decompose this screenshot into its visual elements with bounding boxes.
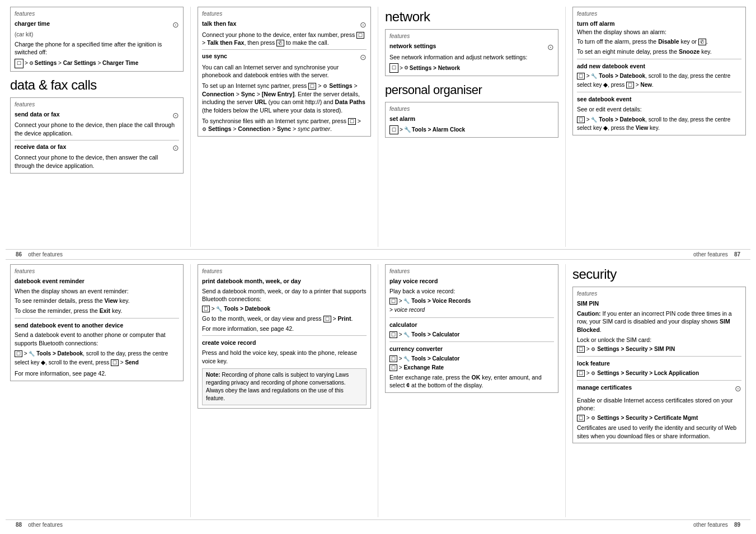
play-voice-body: Play back a voice record:: [389, 287, 554, 296]
set-alarm-title: set alarm: [389, 115, 554, 123]
currency-nav2: ☐ > Exchange Rate: [389, 364, 554, 372]
manage-certs-extra: Certificates are used to verify the iden…: [577, 424, 741, 440]
data-fax-heading: data & fax calls: [10, 77, 184, 93]
receive-data-body: Connect your phone to the device, then a…: [15, 153, 179, 170]
network-settings-title: network settings: [389, 42, 436, 50]
network-icon: ⊙: [547, 42, 554, 53]
feature-box-fax-sync: features talk then fax ⊙ Connect your ph…: [198, 7, 371, 137]
top-col3: network features network settings ⊙ See …: [381, 7, 563, 247]
sim-pin-nav: ☐ > ⚙ Settings > Security > SIM PIN: [577, 345, 741, 353]
footer-bottom: 88 other features other features 89: [6, 519, 750, 530]
top-col2: features talk then fax ⊙ Connect your ph…: [193, 7, 375, 247]
network-nav: ☐ > ⚙ Settings > Network: [389, 63, 554, 73]
top-col1: features charger time ⊙ (car kit) Charge…: [6, 7, 188, 247]
create-voice-note: Note: Recording of phone calls is subjec…: [202, 368, 367, 405]
bottom-col2: features print datebook month, week, or …: [193, 264, 375, 517]
charger-time-body: Charge the phone for a specified time af…: [15, 40, 179, 57]
box-header8: features: [202, 268, 367, 275]
print-datebook-title: print datebook month, week, or day: [202, 277, 367, 285]
calculator-title: calculator: [389, 321, 554, 329]
send-datebook-body: Send a datebook event to another phone o…: [15, 331, 179, 347]
play-voice-nav: ☐ > 🔧 Tools > Voice Records > voice reco…: [389, 297, 554, 315]
feature-box-print-voice: features print datebook month, week, or …: [198, 264, 371, 409]
sim-pin-caution: Caution: If you enter an incorrect PIN c…: [577, 310, 741, 334]
manage-certs-icon: ⊙: [735, 383, 741, 395]
bottom-col4: security features SIM PIN Caution: If yo…: [568, 264, 750, 517]
turn-off-alarm-title: turn off alarm: [577, 20, 741, 28]
print-datebook-nav: ☐ > 🔧 Tools > Datebook: [202, 305, 367, 313]
create-voice-title: create voice record: [202, 339, 367, 347]
box-header9: features: [389, 268, 554, 275]
talk-fax-body: Connect your phone to the device, enter …: [202, 31, 367, 47]
box-header7: features: [15, 268, 179, 275]
turn-off-alarm-body: When the display shows an alarm:: [577, 28, 741, 36]
box-header3: features: [202, 10, 367, 18]
charger-nav: ☐ > ⚙ Settings > Car Settings > Charger …: [15, 59, 179, 68]
receive-data-icon: ⊙: [172, 143, 179, 154]
bottom-col1: features datebook event reminder When th…: [6, 264, 188, 517]
send-data-icon: ⊙: [172, 110, 179, 121]
use-sync-icon: ⊙: [360, 52, 367, 63]
manage-certs-title: manage certificates: [577, 383, 632, 392]
top-col4: features turn off alarm When the display…: [568, 7, 750, 247]
currency-extra: Enter exchange rate, press the OK key, e…: [389, 373, 554, 390]
feature-box-network: features network settings ⊙ See network …: [385, 29, 558, 76]
turn-off-alarm-body3: To set an eight minute delay, press the …: [577, 48, 741, 56]
feature-box-datebook-reminder: features datebook event reminder When th…: [10, 264, 184, 381]
box-header4: features: [389, 32, 554, 40]
footer-top-right: other features 87: [693, 251, 740, 257]
personal-organiser-heading: personal organiser: [385, 83, 558, 97]
send-datebook-nav: ☐ > 🔧 Tools > Datebook, scroll to the da…: [15, 349, 179, 367]
play-voice-title: play voice record: [389, 277, 554, 285]
add-datebook-title: add new datebook event: [577, 62, 741, 71]
feature-box-voice-calc: features play voice record Play back a v…: [385, 264, 558, 393]
set-alarm-nav: ☐ > 🔧 Tools > Alarm Clock: [389, 125, 554, 135]
footer-top: 86 other features other features 87: [6, 249, 750, 260]
see-datebook-body: See or edit event details:: [577, 105, 741, 114]
print-datebook-extra1: Go to the month, week, or day view and p…: [202, 315, 367, 323]
use-sync-body2: To set up an Internet sync partner, pres…: [202, 82, 367, 115]
box-header10: features: [577, 290, 741, 298]
datebook-reminder-title: datebook event reminder: [15, 277, 179, 285]
receive-data-title: receive data or fax: [15, 143, 66, 151]
feature-box-organiser: features set alarm ☐ > 🔧 Tools > Alarm C…: [385, 102, 558, 138]
talk-fax-icon: ⊙: [360, 20, 367, 31]
print-datebook-body: Send a datebook month, week, or day to a…: [202, 287, 367, 303]
use-sync-title: use sync: [202, 52, 227, 60]
print-datebook-extra2: For more information, see page 42.: [202, 325, 367, 333]
network-settings-body: See network information and adjust netwo…: [389, 53, 554, 62]
see-datebook-nav: ☐ > 🔧 Tools > Datebook, scroll to the da…: [577, 115, 741, 133]
feature-box-data-fax: features send data or fax ⊙ Connect your…: [10, 97, 184, 174]
footer-top-left: 86 other features: [16, 251, 63, 257]
datebook-reminder-body1: When the display shows an event reminder…: [15, 287, 179, 296]
turn-off-alarm-body2: To turn off the alarm, press the Disable…: [577, 38, 741, 46]
manage-certs-nav: ☐ > ⚙ Settings > Security > Certificate …: [577, 414, 741, 422]
charger-time-subtitle: (car kit): [15, 31, 179, 39]
sim-pin-title: SIM PIN: [577, 299, 741, 308]
sim-pin-body: Lock or unlock the SIM card:: [577, 336, 741, 344]
box-header5: features: [389, 105, 554, 113]
box-header2: features: [15, 101, 179, 109]
box-header: features: [15, 10, 179, 18]
lock-feature-nav: ☐ > ⚙ Settings > Security > Lock Applica…: [577, 369, 741, 377]
send-datebook-extra: For more information, see page 42.: [15, 369, 179, 378]
footer-bottom-left: 88 other features: [16, 522, 63, 528]
send-data-title: send data or fax: [15, 110, 60, 119]
box-header6: features: [577, 10, 741, 18]
manage-certs-body: Enable or disable Internet access certif…: [577, 396, 741, 413]
calculator-nav: ☐ > 🔧 Tools > Calculator: [389, 331, 554, 339]
security-heading: security: [572, 266, 746, 282]
bluetooth-icon: ⊙: [172, 20, 179, 31]
charger-time-title: charger time: [15, 20, 50, 28]
bottom-col3: features play voice record Play back a v…: [381, 264, 563, 517]
network-heading: network: [385, 9, 558, 25]
feature-box-alarm-datebook: features turn off alarm When the display…: [572, 7, 746, 135]
footer-bottom-right: other features 89: [693, 522, 740, 528]
use-sync-body3: To synchronise files with an Internet sy…: [202, 117, 367, 133]
send-data-body: Connect your phone to the device, then p…: [15, 121, 179, 137]
see-datebook-title: see datebook event: [577, 95, 741, 104]
talk-fax-title: talk then fax: [202, 20, 236, 28]
currency-converter-title: currency converter: [389, 345, 554, 353]
send-datebook-event-title: send datebook event to another device: [15, 321, 179, 330]
add-datebook-nav: ☐ > 🔧 Tools > Datebook, scroll to the da…: [577, 72, 741, 89]
